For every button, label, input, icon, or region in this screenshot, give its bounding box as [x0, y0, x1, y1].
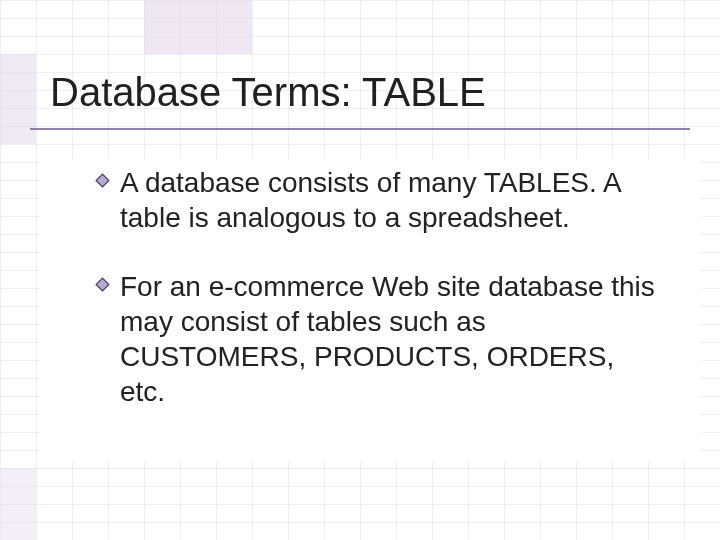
- list-item: For an e-commerce Web site database this…: [95, 269, 665, 409]
- slide-body: A database consists of many TABLES. A ta…: [95, 165, 665, 443]
- bullet-text: A database consists of many TABLES. A ta…: [120, 165, 665, 235]
- decor-block-top: [144, 0, 252, 54]
- decor-block-left: [0, 54, 36, 144]
- svg-rect-1: [96, 278, 109, 291]
- slide: Database Terms: TABLE A database consist…: [0, 0, 720, 540]
- slide-title: Database Terms: TABLE: [50, 70, 486, 115]
- diamond-bullet-icon: [95, 277, 110, 292]
- svg-rect-0: [96, 174, 109, 187]
- list-item: A database consists of many TABLES. A ta…: [95, 165, 665, 235]
- diamond-bullet-icon: [95, 173, 110, 188]
- bullet-text: For an e-commerce Web site database this…: [120, 269, 665, 409]
- title-underline: [30, 128, 690, 130]
- decor-block-bottom: [0, 468, 36, 540]
